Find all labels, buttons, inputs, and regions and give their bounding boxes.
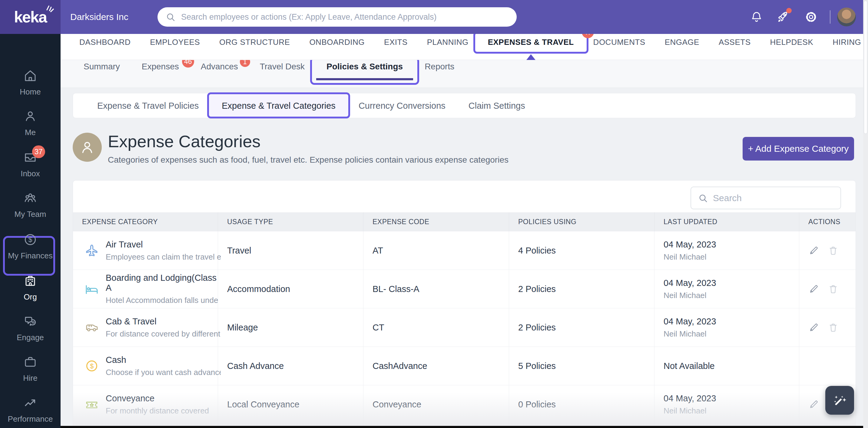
tab-claim-settings[interactable]: Claim Settings	[457, 101, 537, 111]
column-header-policies-using: POLICIES USING	[509, 212, 654, 232]
sidebar-item-performance[interactable]: Performance	[0, 396, 61, 424]
edit-icon[interactable]	[808, 322, 819, 333]
category-description: Hotel Accommodation falls unde	[106, 296, 218, 305]
edit-icon[interactable]	[808, 245, 819, 256]
page-scrollbar[interactable]	[863, 0, 868, 428]
nav-tab-employees[interactable]: EMPLOYEES	[140, 38, 210, 46]
actions-cell	[799, 232, 856, 270]
column-header-expense-category: EXPENSE CATEGORY	[73, 212, 218, 232]
brand-text: keka	[14, 8, 46, 26]
usage-type-cell: Travel	[218, 232, 364, 270]
nav-tab-label: DASHBOARD	[79, 37, 130, 47]
nav-tab-label: HELPDESK	[770, 37, 813, 47]
table-row: $CashChoose if you want cash advanceCash…	[73, 347, 856, 385]
subnav-tab-reports[interactable]: Reports	[414, 62, 465, 71]
bed-icon	[85, 282, 99, 296]
nav-tab-planning[interactable]: PLANNING	[417, 38, 478, 46]
nav-tab-label: ORG STRUCTURE	[219, 37, 290, 47]
policies-using-cell: 2 Policies	[509, 270, 654, 308]
edit-icon[interactable]	[808, 399, 819, 410]
search-icon	[698, 193, 708, 203]
nav-tab-helpdesk[interactable]: HELPDESK	[761, 38, 823, 46]
nav-tab-expenses-travel[interactable]: EXPENSES & TRAVEL47	[478, 38, 584, 46]
delete-icon[interactable]	[828, 245, 839, 256]
column-header-expense-code: EXPENSE CODE	[364, 212, 509, 232]
table-row: Boarding and Lodging(Class AHotel Accomm…	[73, 270, 856, 308]
subnav-tab-label: Expenses	[142, 62, 179, 71]
main-nav: DASHBOARDEMPLOYEESORG STRUCTUREONBOARDIN…	[61, 34, 868, 60]
topbar-divider	[830, 10, 831, 24]
delete-icon[interactable]	[828, 322, 839, 333]
nav-tab-documents[interactable]: DOCUMENTS	[584, 38, 655, 46]
category-name: Cab & Travel	[106, 316, 220, 327]
global-search[interactable]	[157, 7, 517, 27]
updated-date: 04 May, 2023	[663, 240, 716, 250]
usage-type-cell: Cash Advance	[218, 347, 364, 385]
delete-icon[interactable]	[828, 283, 839, 295]
rocket-icon[interactable]	[776, 0, 789, 34]
table-header-row: EXPENSE CATEGORYUSAGE TYPEEXPENSE CODEPO…	[73, 212, 856, 232]
subnav-tab-expenses[interactable]: Expenses46	[131, 62, 190, 71]
actions-cell	[799, 347, 856, 385]
subnav-tab-policies-settings[interactable]: Policies & Settings	[316, 62, 414, 71]
sidebar-item-my-finances[interactable]: $My Finances	[0, 232, 61, 261]
sidebar-item-label: Org	[24, 292, 37, 302]
nav-tab-label: EMPLOYEES	[150, 37, 200, 47]
active-subnav-underline	[316, 78, 413, 80]
expense-code-cell: Conveyance	[364, 385, 509, 424]
subnav-tab-travel-desk[interactable]: Travel Desk	[249, 62, 316, 71]
updated-date: 04 May, 2023	[663, 394, 716, 403]
tab-label: Claim Settings	[468, 101, 525, 111]
policies-using-cell: 5 Policies	[509, 347, 654, 385]
nav-tab-onboarding[interactable]: ONBOARDING	[300, 38, 374, 46]
nav-tab-hiring[interactable]: HIRING	[823, 38, 868, 46]
tab-label: Currency Conversions	[359, 101, 445, 111]
category-description: For monthly distance covered	[106, 406, 209, 416]
sidebar-item-label: Me	[25, 128, 36, 137]
gear-icon[interactable]	[804, 0, 818, 34]
scrollbar-thumb[interactable]	[864, 1, 867, 134]
nav-tab-org-structure[interactable]: ORG STRUCTURE	[210, 38, 300, 46]
tab-expense-travel-policies[interactable]: Expense & Travel Policies	[86, 101, 210, 111]
svg-text:$: $	[28, 236, 32, 244]
home-icon	[23, 68, 37, 84]
sidebar-item-org[interactable]: Org	[0, 274, 61, 302]
sidebar-item-me[interactable]: Me	[0, 109, 61, 137]
nav-tab-dashboard[interactable]: DASHBOARD	[70, 38, 140, 46]
bell-icon[interactable]	[750, 0, 763, 34]
table-search-input[interactable]	[713, 193, 834, 203]
magic-wand-icon	[831, 392, 848, 409]
category-name: Boarding and Lodging(Class A	[106, 273, 218, 293]
expense-code-cell: BL- Class-A	[364, 270, 509, 308]
updated-by: Neil Michael	[663, 291, 707, 300]
nav-tab-exits[interactable]: EXITS	[374, 38, 417, 46]
sidebar-item-home[interactable]: Home	[0, 68, 61, 97]
table-row: ConveyanceFor monthly distance coveredLo…	[73, 385, 856, 424]
edit-icon[interactable]	[808, 283, 819, 295]
sidebar-item-inbox[interactable]: 37Inbox	[0, 150, 61, 178]
sidebar-item-my-team[interactable]: My Team	[0, 191, 61, 219]
global-search-input[interactable]	[181, 12, 509, 22]
usage-type-cell: Local Conveyance	[218, 385, 364, 424]
last-updated-cell: 04 May, 2023Neil Michael	[654, 385, 799, 424]
sidebar-item-hire[interactable]: Hire	[0, 355, 61, 383]
sidebar: HomeMe37InboxMy Team$My FinancesOrgEngag…	[0, 34, 61, 428]
user-avatar[interactable]	[837, 7, 856, 26]
nav-tab-label: DOCUMENTS	[593, 37, 645, 47]
add-expense-category-button[interactable]: + Add Expense Category	[743, 137, 854, 160]
table-search[interactable]	[690, 187, 841, 209]
tab-expense-travel-categories[interactable]: Expense & Travel Categories	[210, 101, 347, 111]
keka-logo[interactable]: keka	[0, 0, 61, 34]
sidebar-item-label: Hire	[23, 373, 37, 383]
nav-tab-label: ONBOARDING	[309, 37, 365, 47]
sidebar-item-engage[interactable]: Engage	[0, 314, 61, 342]
org-icon	[23, 274, 37, 289]
subnav-tab-advances[interactable]: Advances1	[190, 62, 249, 71]
nav-tab-assets[interactable]: ASSETS	[709, 38, 761, 46]
engage-icon	[23, 314, 37, 330]
tab-currency-conversions[interactable]: Currency Conversions	[347, 101, 457, 111]
nav-tab-engage[interactable]: ENGAGE	[655, 38, 709, 46]
magic-wand-button[interactable]	[825, 386, 854, 415]
actions-cell	[799, 270, 856, 308]
subnav-tab-summary[interactable]: Summary	[73, 62, 131, 71]
